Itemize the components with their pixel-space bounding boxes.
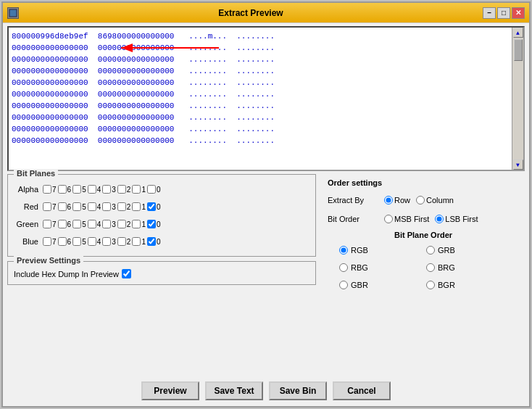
- alpha-bit7-checkbox[interactable]: [43, 185, 51, 194]
- extract-by-column-option[interactable]: Column: [416, 196, 454, 204]
- red-bit5[interactable]: 5: [72, 202, 86, 211]
- green-bit5[interactable]: 5: [72, 220, 86, 228]
- green-bit0-checkbox[interactable]: [147, 220, 156, 228]
- red-bit3[interactable]: 3: [102, 202, 116, 211]
- bpo-grb-radio[interactable]: [426, 246, 435, 255]
- bpo-rgb[interactable]: RGB: [339, 242, 420, 258]
- blue-bit4[interactable]: 4: [88, 237, 101, 246]
- extract-by-column-radio[interactable]: [416, 196, 425, 204]
- bpo-grb[interactable]: GRB: [426, 242, 507, 258]
- blue-bit7[interactable]: 7: [43, 237, 57, 246]
- red-bit7[interactable]: 7: [43, 202, 57, 211]
- bpo-brg-radio[interactable]: [426, 263, 435, 272]
- bpo-rgb-radio[interactable]: [339, 246, 348, 255]
- msb-radio[interactable]: [384, 215, 393, 223]
- blue-bit3[interactable]: 3: [102, 237, 116, 246]
- blue-bit1[interactable]: 1: [132, 237, 146, 246]
- alpha-bit6[interactable]: 6: [58, 185, 72, 194]
- window-title: Extract Preview: [19, 8, 483, 18]
- scrollbar-down-button[interactable]: ▼: [513, 160, 523, 170]
- bpo-gbr[interactable]: GBR: [339, 277, 420, 293]
- green-bit1[interactable]: 1: [132, 220, 146, 228]
- lsb-radio[interactable]: [435, 215, 444, 223]
- save-text-button[interactable]: Save Text: [205, 381, 263, 400]
- alpha-bit5[interactable]: 5: [72, 185, 86, 194]
- alpha-label: Alpha: [14, 185, 41, 194]
- red-bit6[interactable]: 6: [58, 202, 72, 211]
- preview-button[interactable]: Preview: [141, 381, 199, 400]
- bpo-rbg[interactable]: RBG: [339, 260, 420, 276]
- blue-bit1-checkbox[interactable]: [132, 237, 141, 246]
- green-bit3-checkbox[interactable]: [102, 220, 111, 228]
- bpo-bgr-radio[interactable]: [426, 281, 435, 289]
- green-bit7-checkbox[interactable]: [43, 220, 51, 228]
- alpha-bit2-checkbox[interactable]: [117, 185, 126, 194]
- alpha-bit5-checkbox[interactable]: [72, 185, 81, 194]
- blue-bit6-checkbox[interactable]: [58, 237, 67, 246]
- cancel-button[interactable]: Cancel: [333, 381, 391, 400]
- bpo-brg[interactable]: BRG: [426, 260, 507, 276]
- green-bit0[interactable]: 0: [147, 220, 161, 228]
- bpo-gbr-radio[interactable]: [339, 281, 348, 289]
- extract-by-row-option[interactable]: Row: [384, 196, 410, 204]
- close-button[interactable]: ✕: [512, 7, 525, 19]
- blue-bit5-checkbox[interactable]: [72, 237, 81, 246]
- alpha-bit0[interactable]: 0: [147, 185, 161, 194]
- green-bit1-checkbox[interactable]: [132, 220, 141, 228]
- maximize-button[interactable]: □: [497, 7, 510, 19]
- lsb-option[interactable]: LSB First: [435, 215, 478, 223]
- bit-order-group: MSB First LSB First: [384, 215, 478, 223]
- red-bit5-checkbox[interactable]: [72, 202, 81, 211]
- green-bit2[interactable]: 2: [117, 220, 131, 228]
- blue-bit0[interactable]: 0: [147, 237, 161, 246]
- red-bit6-checkbox[interactable]: [58, 202, 67, 211]
- green-bit6[interactable]: 6: [58, 220, 72, 228]
- alpha-bit3[interactable]: 3: [102, 185, 116, 194]
- bpo-rbg-radio[interactable]: [339, 263, 348, 272]
- alpha-bit6-checkbox[interactable]: [58, 185, 67, 194]
- alpha-bit1[interactable]: 1: [132, 185, 146, 194]
- hex-dump-checkbox[interactable]: [122, 269, 131, 278]
- blue-bit2[interactable]: 2: [117, 237, 131, 246]
- alpha-bit4[interactable]: 4: [88, 185, 101, 194]
- red-bit2-checkbox[interactable]: [117, 202, 126, 211]
- blue-bit0-checkbox[interactable]: [147, 237, 156, 246]
- red-bit2[interactable]: 2: [117, 202, 131, 211]
- preview-scrollbar[interactable]: ▲ ▼: [512, 28, 523, 170]
- blue-bit7-checkbox[interactable]: [43, 237, 51, 246]
- red-bit0[interactable]: 0: [147, 202, 161, 211]
- red-bit1[interactable]: 1: [132, 202, 146, 211]
- minimize-button[interactable]: –: [483, 7, 496, 19]
- bpo-bgr[interactable]: BGR: [426, 277, 507, 293]
- red-bit4-checkbox[interactable]: [88, 202, 96, 211]
- blue-bit2-checkbox[interactable]: [117, 237, 126, 246]
- alpha-bit4-checkbox[interactable]: [88, 185, 96, 194]
- blue-bit5[interactable]: 5: [72, 237, 86, 246]
- alpha-bit2[interactable]: 2: [117, 185, 131, 194]
- green-bit7[interactable]: 7: [43, 220, 57, 228]
- scrollbar-thumb[interactable]: [514, 39, 523, 61]
- alpha-bit0-checkbox[interactable]: [147, 185, 156, 194]
- red-bit4[interactable]: 4: [88, 202, 101, 211]
- green-bit2-checkbox[interactable]: [117, 220, 126, 228]
- main-content: Bit Planes Alpha 7 6 5 4 3 2 1 0: [3, 174, 529, 376]
- blue-bit4-checkbox[interactable]: [88, 237, 96, 246]
- msb-option[interactable]: MSB First: [384, 215, 429, 223]
- green-bit3[interactable]: 3: [102, 220, 116, 228]
- green-bit4-checkbox[interactable]: [88, 220, 96, 228]
- alpha-bit1-checkbox[interactable]: [132, 185, 141, 194]
- extract-by-row-radio[interactable]: [384, 196, 393, 204]
- green-bit4[interactable]: 4: [88, 220, 101, 228]
- alpha-bit7[interactable]: 7: [43, 185, 57, 194]
- red-bit1-checkbox[interactable]: [132, 202, 141, 211]
- red-bit3-checkbox[interactable]: [102, 202, 111, 211]
- red-bit0-checkbox[interactable]: [147, 202, 156, 211]
- green-bit5-checkbox[interactable]: [72, 220, 81, 228]
- blue-bit3-checkbox[interactable]: [102, 237, 111, 246]
- alpha-bit3-checkbox[interactable]: [102, 185, 111, 194]
- save-bin-button[interactable]: Save Bin: [269, 381, 327, 400]
- blue-bit6[interactable]: 6: [58, 237, 72, 246]
- red-bit7-checkbox[interactable]: [43, 202, 51, 211]
- scrollbar-up-button[interactable]: ▲: [513, 28, 523, 38]
- green-bit6-checkbox[interactable]: [58, 220, 67, 228]
